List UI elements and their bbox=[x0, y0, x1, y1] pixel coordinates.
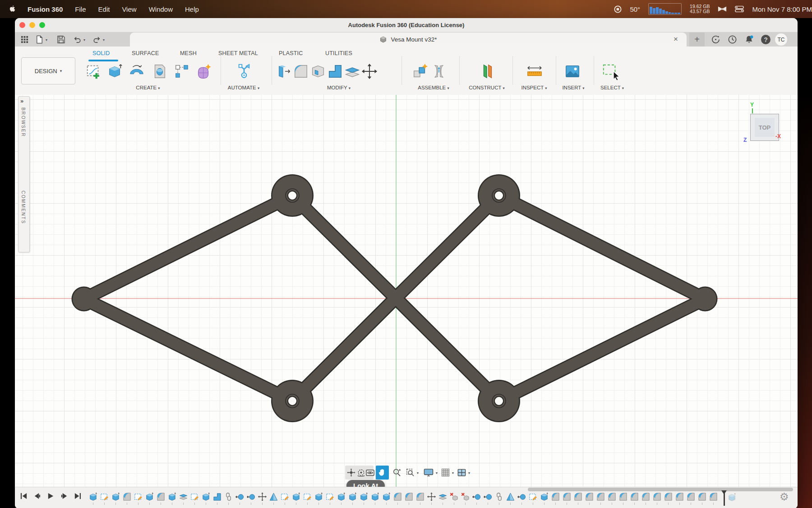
memory-usage-graph[interactable] bbox=[648, 3, 682, 15]
timeline-item-joint[interactable] bbox=[235, 492, 245, 502]
orbit-icon[interactable] bbox=[356, 468, 366, 477]
bowtie-status-icon[interactable] bbox=[718, 6, 727, 12]
app-grid-icon[interactable] bbox=[20, 35, 29, 44]
timeline-item-triangle[interactable] bbox=[506, 492, 515, 502]
timeline-item-fillet[interactable] bbox=[618, 492, 628, 502]
timeline-item-sketch[interactable] bbox=[528, 492, 538, 502]
shell-icon[interactable] bbox=[309, 63, 327, 80]
timeline-item-fillet[interactable] bbox=[404, 492, 414, 502]
move-copy-icon[interactable] bbox=[361, 63, 378, 80]
group-label-select[interactable]: SELECT ▾ bbox=[591, 85, 634, 90]
undo-caret-icon[interactable]: ▾ bbox=[83, 38, 85, 42]
timeline-item-fillet[interactable] bbox=[697, 492, 707, 502]
notifications-bell-icon[interactable] bbox=[744, 35, 754, 44]
timeline-item-fillet[interactable] bbox=[686, 492, 696, 502]
document-tab[interactable]: Vesa Mount v32* bbox=[130, 33, 687, 47]
timeline-item-extrude[interactable] bbox=[88, 492, 98, 502]
create-form-icon[interactable] bbox=[195, 63, 212, 80]
group-label-insert[interactable]: INSERT ▾ bbox=[552, 85, 595, 90]
timeline-item-fillet[interactable] bbox=[675, 492, 684, 502]
timeline-item-extrude[interactable] bbox=[201, 492, 211, 502]
close-tab-icon[interactable]: × bbox=[671, 34, 681, 44]
timeline-item-fillet[interactable] bbox=[573, 492, 583, 502]
fit-view-icon[interactable] bbox=[406, 468, 415, 477]
menu-clock[interactable]: Mon Nov 7 8:00 PM bbox=[752, 5, 812, 13]
timeline-item-sketch[interactable] bbox=[303, 492, 312, 502]
timeline-item-fillet[interactable] bbox=[630, 492, 639, 502]
help-icon[interactable]: ? bbox=[761, 35, 770, 44]
zoom-icon[interactable] bbox=[392, 468, 401, 477]
group-label-automate[interactable]: AUTOMATE ▾ bbox=[222, 85, 265, 90]
tab-plastic[interactable]: PLASTIC bbox=[279, 50, 303, 56]
timeline-item-move[interactable] bbox=[427, 492, 436, 502]
viewports-icon[interactable] bbox=[457, 468, 466, 477]
timeline-item-combine[interactable] bbox=[212, 492, 222, 502]
insert-image-icon[interactable] bbox=[564, 63, 581, 80]
timeline-item-fillet[interactable] bbox=[596, 492, 605, 502]
timeline-item-sketch[interactable] bbox=[190, 492, 199, 502]
timeline-item-fillet[interactable] bbox=[709, 492, 718, 502]
timeline-item-sketch[interactable] bbox=[134, 492, 143, 502]
hole-icon[interactable] bbox=[151, 63, 168, 80]
account-avatar[interactable]: TC bbox=[775, 33, 787, 46]
revolve-icon[interactable] bbox=[128, 63, 145, 80]
automate-icon[interactable] bbox=[235, 63, 253, 80]
group-label-inspect[interactable]: INSPECT ▾ bbox=[512, 85, 556, 90]
timeline-item-extrude[interactable] bbox=[145, 492, 154, 502]
screen-recording-icon[interactable] bbox=[614, 5, 622, 13]
fit-caret-icon[interactable]: ▾ bbox=[417, 471, 419, 475]
extensions-icon[interactable] bbox=[711, 35, 720, 44]
split-body-icon[interactable] bbox=[344, 63, 361, 80]
tab-surface[interactable]: SURFACE bbox=[132, 50, 159, 56]
timeline-item-extrude[interactable] bbox=[291, 492, 301, 502]
timeline-item-link[interactable] bbox=[224, 492, 233, 502]
workspace-selector-button[interactable]: DESIGN▾ bbox=[21, 57, 75, 84]
timeline-go-to-start-button[interactable] bbox=[20, 492, 28, 500]
timeline-item-extrude[interactable] bbox=[540, 492, 549, 502]
timeline-item-fillet[interactable] bbox=[122, 492, 132, 502]
timeline-scrollbar[interactable] bbox=[528, 488, 793, 491]
timeline-item-component[interactable] bbox=[449, 492, 459, 502]
joint-icon[interactable] bbox=[430, 63, 448, 80]
timeline-step-forward-button[interactable] bbox=[60, 492, 68, 500]
timeline-go-to-end-button[interactable] bbox=[74, 492, 82, 500]
combine-icon[interactable] bbox=[327, 63, 344, 80]
apple-logo-icon[interactable] bbox=[8, 5, 15, 14]
look-at-icon[interactable] bbox=[365, 468, 375, 477]
view-cube-face-label[interactable]: TOP bbox=[755, 118, 775, 137]
timeline-feature-track[interactable] bbox=[88, 492, 718, 502]
display-caret-icon[interactable]: ▾ bbox=[436, 471, 438, 475]
tab-solid[interactable]: SOLID bbox=[92, 50, 110, 56]
tab-utilities[interactable]: UTILITIES bbox=[325, 50, 352, 56]
tab-mesh[interactable]: MESH bbox=[180, 50, 197, 56]
timeline-item-triangle[interactable] bbox=[269, 492, 278, 502]
redo-icon[interactable] bbox=[92, 35, 101, 44]
save-icon[interactable] bbox=[57, 35, 65, 44]
group-label-construct[interactable]: CONSTRUCT ▾ bbox=[465, 85, 508, 90]
timeline-item-sketch[interactable] bbox=[325, 492, 335, 502]
timeline-item-extrude[interactable] bbox=[314, 492, 323, 502]
timeline-item-component[interactable] bbox=[461, 492, 470, 502]
redo-caret-icon[interactable]: ▾ bbox=[103, 38, 105, 42]
timeline-item-fillet[interactable] bbox=[393, 492, 402, 502]
expand-panel-icon[interactable]: » bbox=[20, 98, 23, 104]
timeline-item-sketch[interactable] bbox=[100, 492, 109, 502]
group-label-assemble[interactable]: ASSEMBLE ▾ bbox=[412, 85, 455, 90]
menu-window[interactable]: Window bbox=[149, 5, 173, 13]
undo-icon[interactable] bbox=[73, 35, 82, 44]
pan-hand-icon[interactable] bbox=[378, 468, 387, 477]
tab-sheet-metal[interactable]: SHEET METAL bbox=[218, 50, 258, 56]
create-sketch-icon[interactable] bbox=[85, 63, 102, 80]
constrained-orbit-icon[interactable] bbox=[346, 468, 356, 477]
timeline-step-back-button[interactable] bbox=[33, 492, 41, 500]
pattern-icon[interactable] bbox=[173, 63, 190, 80]
new-component-icon[interactable] bbox=[411, 63, 429, 80]
timeline-item-split[interactable] bbox=[438, 492, 448, 502]
extrude-icon[interactable] bbox=[106, 63, 124, 80]
timeline-play-button[interactable] bbox=[47, 492, 55, 500]
timeline-item-extrude[interactable] bbox=[167, 492, 177, 502]
timeline-item-fillet[interactable] bbox=[415, 492, 425, 502]
comments-panel-tab[interactable]: COMMENTS bbox=[21, 191, 26, 224]
fillet-icon[interactable] bbox=[292, 63, 309, 80]
display-settings-icon[interactable] bbox=[423, 468, 434, 477]
